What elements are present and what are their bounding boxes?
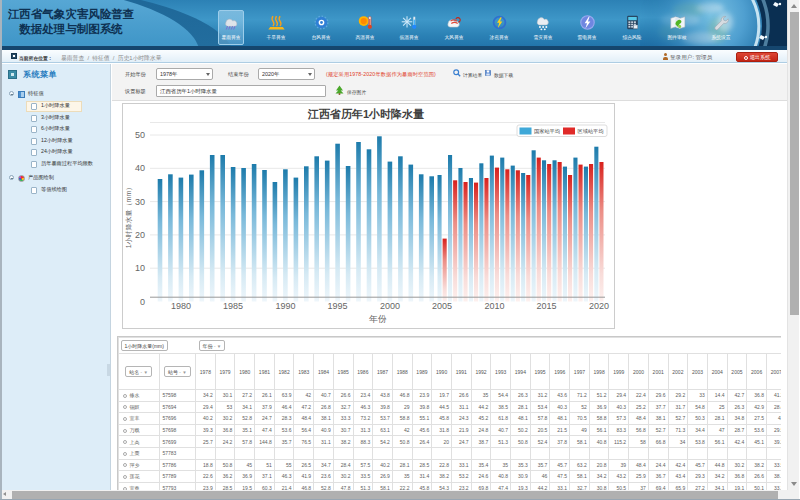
svg-text:10: 10: [135, 263, 145, 273]
svg-text:江西省历年1小时降水量: 江西省历年1小时降水量: [307, 108, 424, 120]
svg-text:区域站平均: 区域站平均: [578, 128, 604, 135]
svg-text:1小时降水量（mm）: 1小时降水量（mm）: [125, 184, 133, 249]
svg-text:20: 20: [135, 230, 145, 240]
svg-text:0: 0: [140, 297, 145, 307]
svg-text:1980: 1980: [171, 301, 191, 311]
svg-text:1990: 1990: [275, 301, 295, 311]
svg-text:40: 40: [135, 163, 145, 173]
svg-text:1995: 1995: [328, 301, 348, 311]
svg-text:2000: 2000: [380, 301, 400, 311]
svg-text:50: 50: [135, 130, 145, 140]
svg-text:1985: 1985: [223, 301, 243, 311]
svg-text:年份: 年份: [369, 314, 387, 324]
svg-text:2005: 2005: [432, 301, 452, 311]
svg-text:30: 30: [135, 197, 145, 207]
svg-text:国家站平均: 国家站平均: [534, 128, 560, 135]
svg-text:2020: 2020: [589, 301, 609, 311]
svg-text:2010: 2010: [484, 301, 504, 311]
svg-text:2015: 2015: [537, 301, 557, 311]
